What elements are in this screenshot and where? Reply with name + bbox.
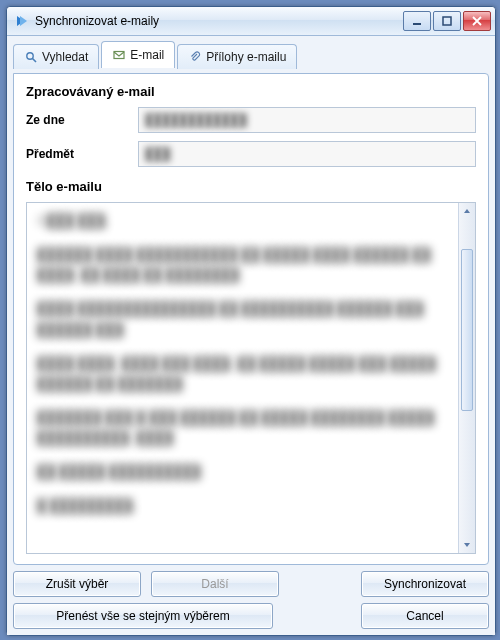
client-area: Vyhledat E-mail Přílohy e-mailu Zpracová…: [7, 36, 495, 635]
tab-search[interactable]: Vyhledat: [13, 44, 99, 69]
date-field: ████████████: [138, 107, 476, 133]
cancel-button[interactable]: Cancel: [361, 603, 489, 629]
tab-email[interactable]: E-mail: [101, 41, 175, 68]
body-line: ███████ ███ █ ███ ██████ ██ █████ ██████…: [37, 408, 449, 448]
scrollbar-vertical[interactable]: [458, 203, 475, 553]
next-label: Další: [201, 577, 228, 591]
body-line: ██████ ████ ███████████ ██ █████ ████ ██…: [37, 245, 449, 285]
scroll-track[interactable]: [459, 219, 475, 537]
cancel-select-button[interactable]: Zrušit výběr: [13, 571, 141, 597]
window-title: Synchronizovat e-maily: [35, 14, 403, 28]
subject-value: ███: [145, 147, 171, 161]
next-button[interactable]: Další: [151, 571, 279, 597]
close-button[interactable]: [463, 11, 491, 31]
minimize-button[interactable]: [403, 11, 431, 31]
app-window: Synchronizovat e-maily Vyhledat: [6, 6, 496, 636]
email-icon: [112, 48, 126, 62]
cancel-select-label: Zrušit výběr: [46, 577, 109, 591]
email-body-box: D███ ███, ██████ ████ ███████████ ██ ███…: [26, 202, 476, 554]
tab-attachments[interactable]: Přílohy e-mailu: [177, 44, 297, 69]
scroll-up-icon[interactable]: [459, 203, 475, 219]
attachment-icon: [188, 50, 202, 64]
row-subject: Předmět ███: [26, 141, 476, 167]
app-icon: [13, 13, 29, 29]
tab-search-label: Vyhledat: [42, 50, 88, 64]
date-label: Ze dne: [26, 113, 126, 127]
scroll-down-icon[interactable]: [459, 537, 475, 553]
svg-rect-1: [443, 17, 451, 25]
apply-all-button[interactable]: Přenést vše se stejným výběrem: [13, 603, 273, 629]
email-panel: Zpracovávaný e-mail Ze dne ████████████ …: [13, 73, 489, 565]
apply-all-label: Přenést vše se stejným výběrem: [56, 609, 229, 623]
maximize-button[interactable]: [433, 11, 461, 31]
row-date: Ze dne ████████████: [26, 107, 476, 133]
svg-line-3: [33, 59, 37, 63]
button-row-2: Přenést vše se stejným výběrem Cancel: [13, 603, 489, 629]
sync-button[interactable]: Synchronizovat: [361, 571, 489, 597]
body-line: ██ █████ ██████████: [37, 462, 449, 482]
body-line: ████ ███████████████ ██ ██████████ █████…: [37, 299, 449, 339]
sync-label: Synchronizovat: [384, 577, 466, 591]
body-line: D███ ███,: [37, 211, 449, 231]
subject-label: Předmět: [26, 147, 126, 161]
search-icon: [24, 50, 38, 64]
date-value: ████████████: [145, 113, 247, 127]
tab-email-label: E-mail: [130, 48, 164, 62]
email-body-text[interactable]: D███ ███, ██████ ████ ███████████ ██ ███…: [27, 203, 459, 553]
body-label: Tělo e-mailu: [26, 179, 476, 194]
scroll-thumb[interactable]: [461, 249, 473, 411]
body-line: █ █████████,: [37, 496, 449, 516]
window-buttons: [403, 11, 491, 31]
tab-attachments-label: Přílohy e-mailu: [206, 50, 286, 64]
cancel-label: Cancel: [406, 609, 443, 623]
subject-field: ███: [138, 141, 476, 167]
body-line: ████ ████. ████ ███ ████, ██ █████ █████…: [37, 354, 449, 394]
svg-point-2: [27, 53, 33, 59]
svg-rect-0: [413, 23, 421, 25]
section-processed-label: Zpracovávaný e-mail: [26, 84, 476, 99]
titlebar[interactable]: Synchronizovat e-maily: [7, 7, 495, 36]
button-row-1: Zrušit výběr Další Synchronizovat: [13, 571, 489, 597]
tab-strip: Vyhledat E-mail Přílohy e-mailu: [13, 42, 489, 68]
